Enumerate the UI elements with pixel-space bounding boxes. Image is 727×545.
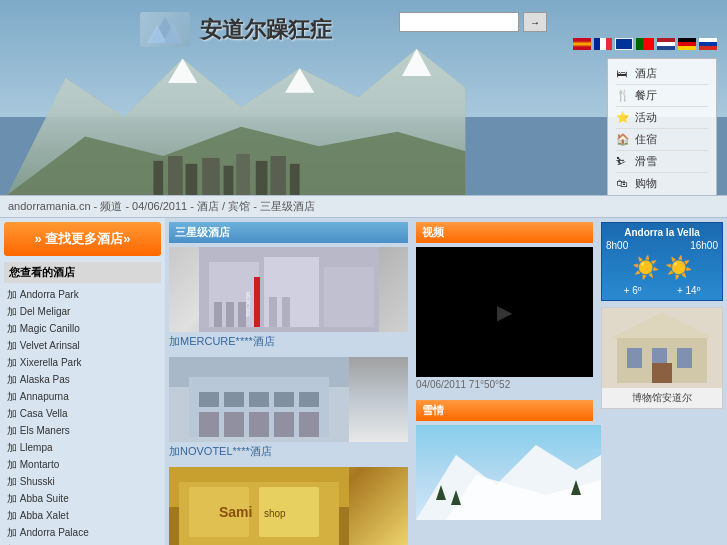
flag-es[interactable] bbox=[573, 38, 591, 50]
nav-hotels[interactable]: 🛏 酒店 bbox=[616, 63, 708, 85]
site-header: 安道尔躁狂症 → 🛏 酒店 🍴 餐厅 ⭐ 活动 🏠 住宿 bbox=[0, 0, 727, 195]
weather-city: Andorra la Vella bbox=[606, 227, 718, 238]
center-column: 三星级酒店 bbox=[165, 218, 412, 545]
flag-ru[interactable] bbox=[699, 38, 717, 50]
breadcrumb-text: andorramania.cn - 频道 - 04/06/2011 - 酒店 /… bbox=[8, 199, 315, 214]
nav-activities[interactable]: ⭐ 活动 bbox=[616, 107, 708, 129]
mercure-image: MERCURE bbox=[169, 247, 408, 332]
svg-rect-6 bbox=[153, 161, 163, 195]
hotel-sidebar-item[interactable]: 加 Annapurna bbox=[4, 388, 161, 405]
bag-icon: 🛍 bbox=[616, 177, 630, 191]
hotel-sidebar-item[interactable]: 加 Abba Suite bbox=[4, 490, 161, 507]
svg-rect-7 bbox=[168, 156, 183, 195]
hotel-sidebar-item[interactable]: 加 Shusski bbox=[4, 473, 161, 490]
right-panel: Andorra la Vella 8h00 16h00 ☀️ ☀️ + 6º +… bbox=[597, 218, 727, 545]
video-player[interactable]: ▶ bbox=[416, 247, 593, 377]
svg-text:shop: shop bbox=[264, 508, 286, 519]
cta-button[interactable]: » 查找更多酒店» bbox=[4, 222, 161, 256]
hotel-sidebar-item[interactable]: 加 Andorra Palace bbox=[4, 524, 161, 541]
museum-card[interactable]: 博物馆安道尔 bbox=[601, 307, 723, 409]
nav-accommodation[interactable]: 🏠 住宿 bbox=[616, 129, 708, 151]
hotel-sidebar-item[interactable]: 加 Magic Canillo bbox=[4, 320, 161, 337]
nav-restaurants[interactable]: 🍴 餐厅 bbox=[616, 85, 708, 107]
nav-shopping[interactable]: 🛍 购物 bbox=[616, 173, 708, 194]
hotel-thumb-salvia: Sami shop bbox=[169, 467, 408, 545]
header-search[interactable]: → bbox=[399, 12, 547, 32]
svg-rect-32 bbox=[199, 392, 219, 407]
hotel-sidebar-item[interactable]: 加 Llempa bbox=[4, 439, 161, 456]
right-center-column: 视频 ▶ 04/06/2011 71°50°52 雪情 bbox=[412, 218, 597, 545]
video-section-header: 视频 bbox=[416, 222, 593, 243]
svg-rect-24 bbox=[238, 302, 246, 327]
hotel-sidebar-item[interactable]: 加 Xixerella Park bbox=[4, 354, 161, 371]
hotel-sidebar-item[interactable]: 加 Andorra Park bbox=[4, 286, 161, 303]
svg-rect-9 bbox=[202, 158, 220, 195]
mountain-graphic bbox=[0, 39, 473, 195]
header-title-area: 安道尔躁狂症 bbox=[140, 12, 332, 47]
svg-rect-10 bbox=[224, 166, 234, 195]
hotel-sidebar-item[interactable]: 加 Abba Xalet bbox=[4, 507, 161, 524]
hotels-section-header: 三星级酒店 bbox=[169, 222, 408, 243]
svg-rect-11 bbox=[236, 154, 250, 195]
weather-time2: 16h00 bbox=[690, 240, 718, 251]
flag-en[interactable] bbox=[615, 38, 633, 50]
hotel-sidebar-item[interactable]: 加 Anyós Park bbox=[4, 541, 161, 545]
bed-icon: 🛏 bbox=[616, 67, 630, 81]
svg-rect-40 bbox=[274, 412, 294, 437]
search-button[interactable]: → bbox=[523, 12, 547, 32]
hotel-sidebar-item[interactable]: 加 Del Meligar bbox=[4, 303, 161, 320]
star-icon: ⭐ bbox=[616, 111, 630, 125]
weather-widget: Andorra la Vella 8h00 16h00 ☀️ ☀️ + 6º +… bbox=[601, 222, 723, 301]
snow-image bbox=[416, 425, 593, 520]
flag-de[interactable] bbox=[678, 38, 696, 50]
hotel-sidebar-item[interactable]: 加 Montarto bbox=[4, 456, 161, 473]
nav-activities-label: 活动 bbox=[635, 110, 657, 125]
svg-rect-38 bbox=[224, 412, 244, 437]
search-input[interactable] bbox=[399, 12, 519, 32]
left-sidebar: » 查找更多酒店» 您查看的酒店 加 Andorra Park加 Del Mel… bbox=[0, 218, 165, 545]
weather-temp1: + 6º bbox=[624, 285, 642, 296]
svg-rect-13 bbox=[270, 156, 286, 195]
snow-section: 雪情 bbox=[416, 400, 593, 520]
hotels-section-title: 三星级酒店 bbox=[175, 226, 230, 238]
hotel-name-mercure: 加MERCURE****酒店 bbox=[169, 334, 408, 349]
svg-rect-36 bbox=[299, 392, 319, 407]
weather-times: 8h00 16h00 bbox=[606, 240, 718, 251]
house-icon: 🏠 bbox=[616, 133, 630, 147]
svg-rect-61 bbox=[677, 348, 692, 368]
hotel-thumb-novotel bbox=[169, 357, 408, 442]
flag-fr[interactable] bbox=[594, 38, 612, 50]
right-nav: 🛏 酒店 🍴 餐厅 ⭐ 活动 🏠 住宿 ⛷ 滑雪 🛍 购物 bbox=[607, 58, 717, 195]
flag-pt[interactable] bbox=[636, 38, 654, 50]
svg-rect-22 bbox=[214, 302, 222, 327]
museum-image bbox=[602, 308, 722, 388]
video-timestamp: 04/06/2011 71°50°52 bbox=[416, 377, 593, 392]
hotel-list-title: 您查看的酒店 bbox=[4, 262, 161, 283]
flag-nl[interactable] bbox=[657, 38, 675, 50]
svg-rect-23 bbox=[226, 302, 234, 327]
weather-time1: 8h00 bbox=[606, 240, 628, 251]
hotel-sidebar-item[interactable]: 加 Velvet Arinsal bbox=[4, 337, 161, 354]
novotel-image bbox=[169, 357, 408, 442]
hotel-sidebar-item[interactable]: 加 Els Maners bbox=[4, 422, 161, 439]
hotel-card-salvia[interactable]: Sami shop 加SALVIA****酒店 - 查看更多信息 + + » bbox=[169, 467, 408, 545]
salvia-image: Sami shop bbox=[169, 467, 408, 545]
flag-bar bbox=[573, 38, 717, 50]
nav-hotels-label: 酒店 bbox=[635, 66, 657, 81]
hotel-card-novotel[interactable]: 加NOVOTEL****酒店 bbox=[169, 357, 408, 459]
svg-rect-25 bbox=[269, 297, 277, 327]
hotel-name-novotel: 加NOVOTEL****酒店 bbox=[169, 444, 408, 459]
video-title: 视频 bbox=[422, 226, 444, 238]
snow-title: 雪情 bbox=[422, 404, 444, 416]
hotel-sidebar-item[interactable]: 加 Alaska Pas bbox=[4, 371, 161, 388]
hotel-sidebar-item[interactable]: 加 Casa Vella bbox=[4, 405, 161, 422]
sun-icon-2: ☀️ bbox=[665, 255, 692, 281]
svg-rect-39 bbox=[249, 412, 269, 437]
weather-icons: ☀️ ☀️ bbox=[606, 255, 718, 281]
nav-accommodation-label: 住宿 bbox=[635, 132, 657, 147]
svg-rect-62 bbox=[652, 363, 672, 383]
snow-section-header: 雪情 bbox=[416, 400, 593, 421]
breadcrumb: andorramania.cn - 频道 - 04/06/2011 - 酒店 /… bbox=[0, 195, 727, 218]
hotel-card-mercure[interactable]: MERCURE 加MERCURE****酒店 bbox=[169, 247, 408, 349]
nav-ski[interactable]: ⛷ 滑雪 bbox=[616, 151, 708, 173]
